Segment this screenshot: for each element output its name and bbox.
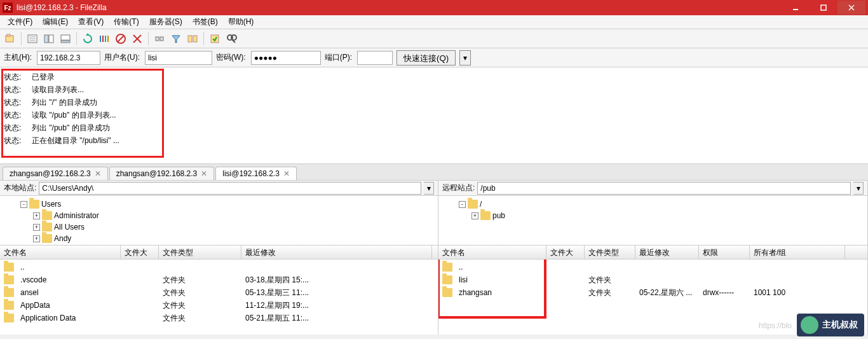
quickconnect-button[interactable]: 快速连接(Q) <box>397 50 456 66</box>
status-label: 状态: <box>4 122 32 134</box>
expander-icon[interactable]: + <box>33 235 40 242</box>
folder-icon <box>42 234 52 243</box>
refresh-icon[interactable] <box>80 31 95 46</box>
local-path-input[interactable] <box>39 182 421 195</box>
site-manager-icon[interactable] <box>3 31 18 46</box>
expander-icon[interactable]: - <box>20 201 27 208</box>
svg-rect-5 <box>7 34 10 36</box>
find-icon[interactable] <box>224 31 239 46</box>
folder-icon <box>4 314 14 322</box>
file-name: .. <box>455 262 546 272</box>
close-tab-icon[interactable]: ✕ <box>201 169 207 178</box>
filter-icon[interactable] <box>168 31 184 46</box>
maximize-button[interactable] <box>810 1 837 15</box>
file-modified: 05-13,星期三 11:... <box>241 287 432 299</box>
column-header[interactable]: 文件类型 <box>159 246 241 259</box>
window-title: lisi@192.168.2.3 - FileZilla <box>17 3 782 12</box>
menu-view[interactable]: 查看(V) <box>73 15 109 29</box>
file-row[interactable]: Application Data文件夹05-21,星期五 11:... <box>0 312 438 324</box>
connection-tab[interactable]: lisi@192.168.2.3✕ <box>215 167 297 180</box>
file-size <box>121 317 159 319</box>
password-label: 密码(W): <box>216 52 246 63</box>
file-row[interactable]: lisi文件夹 <box>438 273 867 286</box>
minimize-button[interactable] <box>782 1 810 15</box>
disconnect-icon[interactable] <box>130 31 145 46</box>
file-size <box>546 266 585 268</box>
expander-icon[interactable]: + <box>471 212 478 219</box>
column-header[interactable]: 所有者/组 <box>750 246 845 259</box>
column-header[interactable]: 文件大小 <box>121 246 159 259</box>
quickconnect-dropdown[interactable]: ▾ <box>459 50 471 66</box>
menu-server[interactable]: 服务器(S) <box>144 15 187 29</box>
cancel-icon[interactable] <box>113 31 128 46</box>
process-queue-icon[interactable] <box>97 31 112 46</box>
status-text: 已登录 <box>32 71 55 83</box>
expander-icon[interactable]: - <box>459 201 466 208</box>
file-size <box>121 305 159 306</box>
port-input[interactable] <box>357 51 393 65</box>
tree-item[interactable]: -/ <box>442 198 864 210</box>
password-input[interactable] <box>251 51 321 65</box>
tree-item[interactable]: +Andy <box>4 233 434 244</box>
column-header[interactable]: 文件大小 <box>546 246 585 259</box>
file-row[interactable]: .vscode文件夹03-18,星期四 15:... <box>0 273 438 286</box>
connection-tab[interactable]: zhangsan@192.168.2.3✕ <box>109 167 215 180</box>
file-size <box>546 279 585 280</box>
remote-path-dropdown[interactable]: ▾ <box>853 182 864 195</box>
expander-icon[interactable]: + <box>33 224 40 231</box>
toggle-tree-icon[interactable] <box>41 31 57 46</box>
tree-item[interactable]: +All Users <box>4 221 434 233</box>
menu-edit[interactable]: 编辑(E) <box>37 15 73 29</box>
status-label: 状态: <box>4 71 32 83</box>
file-row[interactable]: zhangsan文件夹05-22,星期六 ...drwx------1001 1… <box>438 286 867 299</box>
folder-icon <box>442 288 452 297</box>
close-button[interactable] <box>837 1 865 15</box>
sync-browse-icon[interactable] <box>207 31 222 46</box>
column-header[interactable]: 文件名 <box>438 246 546 259</box>
tree-item[interactable]: -Users <box>4 198 434 210</box>
tree-label: Users <box>41 200 61 209</box>
column-header[interactable]: 最近修改 <box>635 246 699 259</box>
local-file-list[interactable]: ...vscode文件夹03-18,星期四 15:...ansel文件夹05-1… <box>0 259 438 335</box>
file-row[interactable]: .. <box>438 261 867 273</box>
expander-icon[interactable]: + <box>33 212 40 219</box>
username-input[interactable] <box>145 51 212 65</box>
tab-label: lisi@192.168.2.3 <box>222 169 280 178</box>
connection-tab[interactable]: zhangsan@192.168.2.3✕ <box>3 167 108 180</box>
file-perms: drwx------ <box>699 287 750 298</box>
remote-list-header: 文件名文件大小文件类型最近修改权限所有者/组 <box>438 246 867 259</box>
remote-path-input[interactable] <box>477 182 851 195</box>
local-path-dropdown[interactable]: ▾ <box>424 182 434 195</box>
svg-marker-14 <box>86 33 90 36</box>
close-tab-icon[interactable]: ✕ <box>95 169 101 178</box>
column-header[interactable]: 权限 <box>699 246 750 259</box>
file-row[interactable]: AppData文件夹11-12,星期四 19:... <box>0 299 438 312</box>
column-header[interactable]: 最近修改 <box>241 246 432 259</box>
column-header[interactable]: 文件名 <box>0 246 121 259</box>
tree-item[interactable]: +Administrator <box>4 210 434 221</box>
host-input[interactable] <box>37 51 100 65</box>
status-log[interactable]: 状态:已登录状态:读取目录列表...状态:列出 "/" 的目录成功状态:读取 "… <box>0 67 868 164</box>
local-site-label: 本地站点: <box>4 183 36 193</box>
toggle-queue-icon[interactable] <box>58 31 73 46</box>
file-row[interactable]: .. <box>0 261 438 273</box>
tree-label: All Users <box>54 223 85 232</box>
column-header[interactable]: 文件类型 <box>585 246 635 259</box>
window-controls <box>782 1 865 15</box>
file-modified <box>635 279 699 280</box>
compare-icon[interactable] <box>185 31 200 46</box>
menu-help[interactable]: 帮助(H) <box>223 15 259 29</box>
menu-bookmarks[interactable]: 书签(B) <box>187 15 223 29</box>
local-tree[interactable]: -Users+Administrator+All Users+Andy <box>0 196 438 246</box>
menu-transfer[interactable]: 传输(T) <box>109 15 144 29</box>
username-label: 用户名(U): <box>104 52 140 63</box>
file-size <box>121 279 159 280</box>
file-row[interactable]: ansel文件夹05-13,星期三 11:... <box>0 286 438 299</box>
menu-file[interactable]: 文件(F) <box>3 15 37 29</box>
toggle-log-icon[interactable] <box>25 31 40 46</box>
svg-rect-26 <box>188 36 192 42</box>
reconnect-icon[interactable] <box>152 31 167 46</box>
close-tab-icon[interactable]: ✕ <box>283 169 290 178</box>
remote-tree[interactable]: -/+pub <box>438 196 867 246</box>
tree-item[interactable]: +pub <box>442 210 864 221</box>
